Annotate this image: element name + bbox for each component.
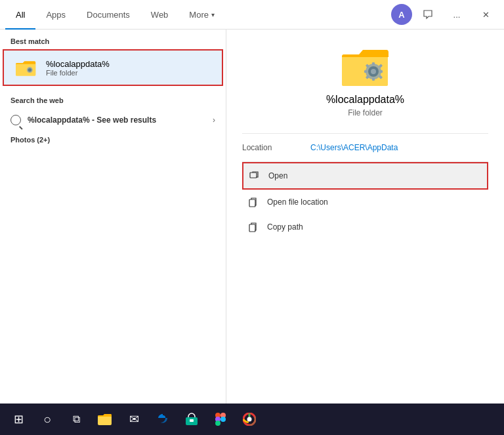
feedback-button[interactable] bbox=[415, 1, 441, 28]
store-icon bbox=[185, 413, 198, 426]
avatar-button[interactable]: A bbox=[391, 4, 412, 25]
svg-rect-10 bbox=[372, 77, 375, 81]
svg-rect-9 bbox=[372, 62, 375, 66]
edge-button[interactable] bbox=[150, 406, 176, 432]
action-copy-path[interactable]: Copy path bbox=[242, 215, 488, 239]
chevron-right-icon: › bbox=[213, 115, 215, 125]
nav-right-controls: A ... ✕ bbox=[391, 1, 499, 28]
svg-point-26 bbox=[215, 421, 220, 426]
tab-all[interactable]: All bbox=[5, 0, 35, 30]
tab-apps[interactable]: Apps bbox=[35, 0, 76, 30]
svg-rect-22 bbox=[190, 419, 194, 422]
search-window: All Apps Documents Web More A ... bbox=[0, 0, 504, 435]
svg-rect-20 bbox=[98, 415, 112, 425]
taskbar: ⊞ ○ ⧉ ✉ bbox=[0, 404, 504, 435]
copy-path-icon bbox=[247, 221, 259, 233]
chrome-button[interactable] bbox=[236, 406, 262, 432]
task-view-button[interactable]: ⧉ bbox=[63, 406, 89, 432]
copy-path-label: Copy path bbox=[267, 222, 303, 232]
best-match-type: File folder bbox=[46, 69, 110, 77]
tab-more[interactable]: More bbox=[178, 0, 225, 30]
location-value[interactable]: C:\Users\ACER\AppData bbox=[310, 143, 398, 152]
tab-documents[interactable]: Documents bbox=[76, 0, 140, 30]
chrome-icon bbox=[243, 413, 256, 426]
photos-label: Photos (2+) bbox=[10, 136, 215, 144]
left-panel: Best match %localappdata% File folder bbox=[0, 30, 226, 435]
nav-tabs: All Apps Documents Web More A ... bbox=[0, 0, 504, 30]
figma-button[interactable] bbox=[207, 406, 234, 432]
location-label: Location bbox=[242, 143, 295, 152]
svg-rect-17 bbox=[250, 173, 257, 178]
svg-rect-19 bbox=[249, 224, 255, 232]
web-search-label: Search the web bbox=[0, 89, 226, 108]
svg-point-3 bbox=[28, 68, 32, 72]
svg-rect-18 bbox=[249, 199, 255, 207]
start-button[interactable]: ⊞ bbox=[5, 406, 32, 432]
search-button[interactable]: ○ bbox=[34, 406, 60, 432]
svg-point-29 bbox=[247, 417, 252, 422]
detail-header: %localappdata% File folder bbox=[242, 45, 488, 117]
right-panel: %localappdata% File folder Location C:\U… bbox=[226, 30, 504, 435]
left-spacer bbox=[0, 150, 226, 404]
edge-icon bbox=[156, 413, 169, 426]
location-row: Location C:\Users\ACER\AppData bbox=[242, 133, 488, 161]
feedback-icon bbox=[423, 9, 433, 20]
svg-point-27 bbox=[220, 417, 226, 422]
best-match-item[interactable]: %localappdata% File folder bbox=[3, 49, 223, 86]
detail-title: %localappdata% bbox=[326, 94, 404, 106]
tab-web[interactable]: Web bbox=[140, 0, 179, 30]
file-explorer-icon bbox=[98, 413, 112, 426]
svg-rect-12 bbox=[379, 70, 383, 73]
action-list: Open Open file location bbox=[242, 161, 488, 239]
svg-point-8 bbox=[371, 69, 376, 74]
folder-icon-large bbox=[342, 45, 389, 86]
open-label: Open bbox=[268, 171, 287, 180]
store-button[interactable] bbox=[178, 406, 205, 432]
folder-svg bbox=[16, 58, 37, 77]
action-open-file-location[interactable]: Open file location bbox=[242, 190, 488, 215]
best-match-label: Best match bbox=[0, 30, 226, 49]
folder-icon-small bbox=[14, 56, 38, 79]
best-match-text: %localappdata% File folder bbox=[46, 59, 110, 77]
web-search-item[interactable]: %localappdata% - See web results › bbox=[0, 108, 226, 132]
more-options-button[interactable]: ... bbox=[444, 1, 470, 28]
search-icon bbox=[10, 115, 21, 125]
action-open[interactable]: Open bbox=[242, 162, 488, 190]
mail-button[interactable]: ✉ bbox=[121, 406, 147, 432]
detail-subtitle: File folder bbox=[348, 108, 383, 117]
file-location-icon bbox=[247, 196, 259, 208]
svg-rect-11 bbox=[364, 70, 368, 73]
file-explorer-button[interactable] bbox=[92, 406, 118, 432]
close-button[interactable]: ✕ bbox=[472, 1, 499, 28]
best-match-name: %localappdata% bbox=[46, 59, 110, 69]
main-content: Best match %localappdata% File folder bbox=[0, 30, 504, 435]
web-search-text: %localappdata% - See web results bbox=[28, 115, 206, 125]
photos-section: Photos (2+) bbox=[0, 132, 226, 150]
figma-icon bbox=[215, 413, 226, 426]
open-icon bbox=[249, 170, 261, 182]
open-file-location-label: Open file location bbox=[267, 197, 328, 207]
